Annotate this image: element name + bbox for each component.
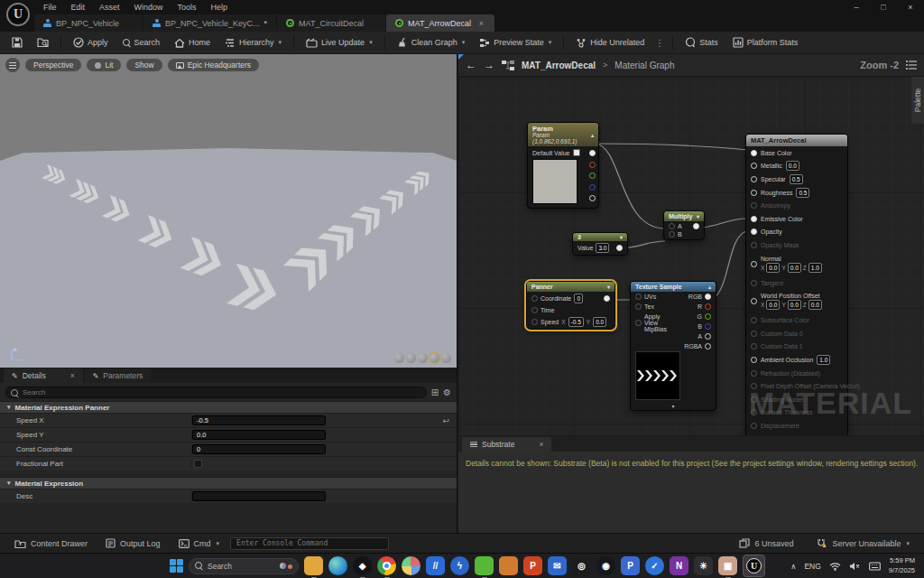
speed-y-input[interactable]	[192, 430, 326, 440]
pin-input[interactable]	[751, 242, 757, 248]
collapse-icon[interactable]: ▾	[607, 284, 610, 290]
taskbar-code-icon[interactable]: //	[426, 556, 445, 575]
collapse-icon[interactable]: ▾	[620, 234, 623, 240]
pin-output-r[interactable]	[589, 162, 596, 168]
taskbar-edge-icon[interactable]	[328, 556, 347, 575]
taskbar-camera-icon[interactable]: ◎	[572, 556, 591, 575]
collapse-icon[interactable]: ▴	[591, 132, 594, 138]
start-button[interactable]	[170, 559, 183, 573]
material-graph-canvas[interactable]: Param Param (1,0.862,0.693,1) ▴ Default …	[458, 77, 924, 435]
material-input-row[interactable]: Emissive Color X Y Z	[746, 212, 847, 226]
volume-muted-icon[interactable]	[849, 562, 861, 571]
node-param[interactable]: Param Param (1,0.862,0.693,1) ▴ Default …	[527, 122, 599, 209]
pin-input-coordinate[interactable]	[531, 295, 538, 302]
palette-side-tab[interactable]: Palette	[911, 77, 924, 124]
apply-button[interactable]: Apply	[67, 34, 115, 51]
pin-output[interactable]	[705, 313, 711, 320]
desc-input[interactable]	[192, 491, 326, 501]
pin-input[interactable]	[751, 150, 757, 156]
material-input-row[interactable]: Opacity Mask X Y Z	[746, 238, 847, 252]
menu-item[interactable]: Window	[127, 1, 171, 14]
save-button[interactable]	[5, 34, 29, 51]
taskbar-powerpoint-icon[interactable]: P	[523, 556, 542, 575]
pin-input-speed[interactable]	[531, 319, 538, 325]
material-input-row[interactable]: Refraction (Disabled) X Y Z	[746, 367, 847, 380]
tab-close-icon[interactable]: ×	[477, 19, 485, 28]
minimize-button[interactable]: –	[843, 0, 870, 14]
material-input-row[interactable]: Roughness X Y Z 0.5	[746, 186, 847, 200]
tray-clock[interactable]: 5:59 PM 9/7/2025	[889, 556, 915, 574]
pin-output-b[interactable]	[589, 184, 596, 191]
custom-mesh-button[interactable]	[441, 353, 451, 363]
color-swatch[interactable]	[573, 149, 580, 156]
pin-output[interactable]	[705, 303, 711, 310]
pin-input[interactable]	[751, 228, 757, 235]
node-texture-sample[interactable]: Texture Sample▴ UVsTexApply View MipBias…	[630, 281, 716, 411]
taskbar-obscura-icon[interactable]: ◉	[596, 556, 615, 575]
stats-button[interactable]: Stats	[679, 34, 725, 51]
material-input-row[interactable]: Base Color X Y Z	[746, 146, 847, 160]
coordinate-value[interactable]: 0	[574, 294, 583, 303]
live-update-button[interactable]: Live Update▾	[300, 35, 379, 51]
material-input-row[interactable]: Specular X Y Z 0.5	[746, 172, 847, 186]
menu-item[interactable]: Help	[204, 1, 236, 14]
touch-keyboard-icon[interactable]	[869, 562, 881, 571]
cylinder-shape-button[interactable]	[394, 353, 404, 363]
search-button[interactable]: Search	[116, 35, 167, 50]
material-input-row[interactable]: Custom Data 1 X Y Z	[746, 340, 847, 354]
asset-tab[interactable]: MAT_CircuitDecal	[277, 14, 385, 32]
overflow-menu-icon[interactable]: ⋮	[652, 38, 667, 48]
pin-output[interactable]	[705, 323, 711, 330]
cube-shape-button[interactable]	[430, 353, 439, 363]
viewport-menu-button[interactable]	[5, 58, 20, 72]
material-input-row[interactable]: Custom Data 0 X Y Z	[746, 327, 847, 340]
hierarchy-button[interactable]: Hierarchy▾	[218, 35, 288, 51]
platform-stats-button[interactable]: Platform Stats	[726, 34, 805, 51]
node-constant[interactable]: 3▾ Value3.0	[572, 232, 628, 256]
content-drawer-button[interactable]: Content Drawer	[7, 536, 95, 551]
speed-x-value[interactable]: -0.5	[568, 317, 584, 327]
material-input-row[interactable]: Normal X0.0 Y0.0 Z1.0	[746, 252, 847, 276]
home-button[interactable]: Home	[168, 35, 217, 51]
pin-input[interactable]	[751, 163, 757, 169]
node-multiply[interactable]: Multiply▾ A B	[663, 210, 705, 240]
material-input-row[interactable]: Subsurface Color X Y Z	[746, 313, 847, 327]
constant-value[interactable]: 3.0	[596, 243, 609, 253]
asset-tab[interactable]: MAT_ArrowDecal ×	[386, 14, 494, 32]
tray-language[interactable]: ENG	[804, 562, 820, 571]
pin-output[interactable]	[705, 333, 711, 340]
const-coordinate-input[interactable]	[192, 444, 326, 454]
taskbar-photos-icon[interactable]: ▣	[718, 556, 737, 575]
menu-item[interactable]: Edit	[64, 1, 93, 14]
unsaved-button[interactable]: 6 Unsaved	[732, 536, 800, 551]
details-close-icon[interactable]: ×	[70, 371, 75, 380]
perspective-button[interactable]: Perspective	[25, 59, 81, 71]
taskbar-onenote-icon[interactable]: N	[670, 556, 688, 575]
taskbar-unreal-icon[interactable]: U	[743, 555, 765, 577]
scene-setup-button[interactable]: Epic Headquarters	[168, 59, 259, 71]
pin-output[interactable]	[616, 245, 623, 251]
pin-input[interactable]	[751, 370, 757, 377]
breadcrumb-asset[interactable]: MAT_ArrowDecal	[522, 61, 596, 70]
material-input-row[interactable]: World Position Offset X0.0 Y0.0 Z0.0	[746, 289, 847, 313]
pin-output[interactable]	[693, 223, 699, 229]
lit-mode-button[interactable]: Lit	[87, 59, 121, 71]
pin-input-time[interactable]	[531, 307, 538, 313]
tray-expand-icon[interactable]: ∧	[790, 562, 796, 571]
taskbar-todo-icon[interactable]: ✓	[645, 556, 664, 575]
pin-input[interactable]	[751, 298, 757, 304]
back-button[interactable]: ←	[466, 59, 476, 71]
pin-input[interactable]	[635, 294, 642, 300]
section-material-expression[interactable]: ▾ Material Expression	[0, 477, 457, 489]
collapse-icon[interactable]: ▾	[697, 213, 699, 219]
tab-parameters[interactable]: ✎ Parameters	[85, 368, 152, 383]
preview-state-button[interactable]: Preview State▾	[473, 35, 558, 51]
reset-to-default-icon[interactable]: ↩	[442, 416, 449, 425]
taskbar-explorer-icon[interactable]	[304, 556, 323, 575]
taskbar-sparkle-icon[interactable]: ✳	[694, 556, 713, 575]
pin-input[interactable]	[751, 343, 757, 350]
pin-output[interactable]	[705, 294, 711, 300]
fractional-part-checkbox[interactable]	[194, 460, 202, 468]
pin-output-a[interactable]	[589, 195, 596, 201]
cmd-button[interactable]: Cmd ▾	[171, 536, 227, 551]
